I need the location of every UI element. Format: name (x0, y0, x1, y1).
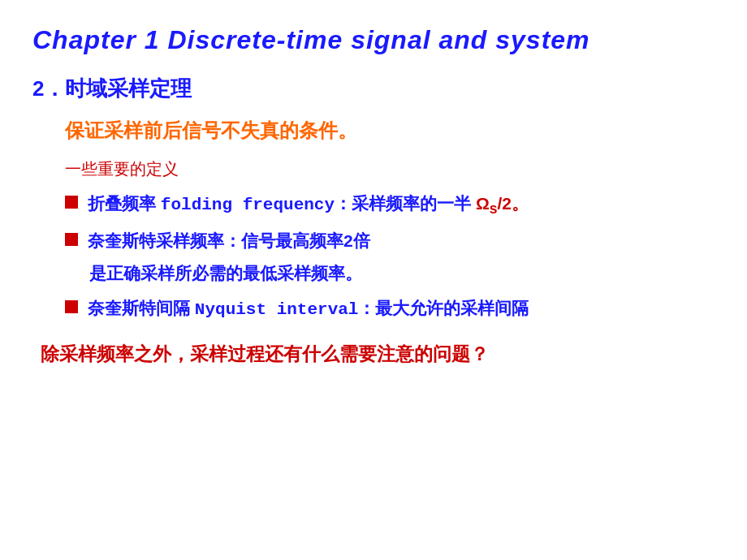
slide-title: Chapter 1 Discrete-time signal and syste… (32, 24, 715, 55)
bullet2-cn: 奈奎斯特采样频率：信号最高频率2倍 (88, 231, 370, 250)
bullet-text-1: 折叠频率 folding frequency：采样频率的一半 Ωs/2。 (88, 192, 529, 219)
bullet3-cn-mid: ：最大允许的采样间隔 (358, 299, 529, 317)
bullet-item-2: 奈奎斯特采样频率：信号最高频率2倍 (65, 229, 715, 252)
intro-text: 一些重要的定义 (65, 158, 715, 180)
bullet-square-3 (65, 300, 78, 313)
sub-bullet-2: 是正确采样所必需的最低采样频率。 (89, 262, 715, 285)
bullet-item-3: 奈奎斯特间隔 Nyquist interval：最大允许的采样间隔 (65, 296, 715, 321)
bullet3-en: Nyquist interval (195, 300, 359, 319)
bullet-square-2 (65, 233, 78, 246)
subtitle-text: 保证采样前后信号不失真的条件。 (65, 118, 715, 144)
bullet3-cn-pre: 奈奎斯特间隔 (88, 299, 195, 317)
bullet1-omega: Ωs/2。 (476, 194, 529, 213)
bullet-item-1: 折叠频率 folding frequency：采样频率的一半 Ωs/2。 (65, 192, 715, 219)
bullet1-cn-pre: 折叠频率 (88, 194, 161, 213)
bottom-question: 除采样频率之外，采样过程还有什么需要注意的问题？ (41, 342, 715, 367)
section-heading: 2．时域采样定理 (32, 75, 715, 103)
bullet-text-2: 奈奎斯特采样频率：信号最高频率2倍 (88, 229, 370, 252)
bullet-square-1 (65, 196, 78, 209)
bullet-text-3: 奈奎斯特间隔 Nyquist interval：最大允许的采样间隔 (88, 296, 529, 321)
slide-container: Chapter 1 Discrete-time signal and syste… (0, 0, 747, 560)
bullet1-cn-mid: ：采样频率的一半 Ωs/2。 (335, 194, 529, 213)
bullet1-en: folding frequency (161, 196, 335, 214)
